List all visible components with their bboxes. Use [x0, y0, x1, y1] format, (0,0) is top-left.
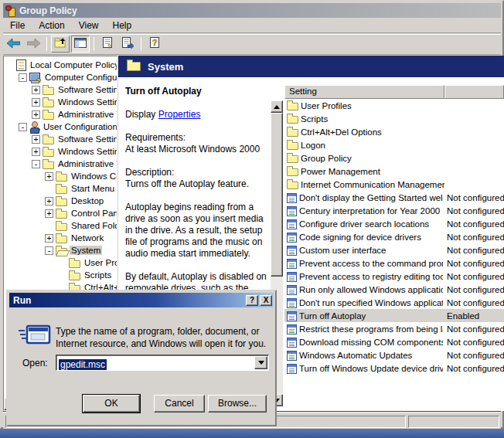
- display-properties-line: Display Properties: [125, 109, 267, 121]
- tree-item[interactable]: + Software Settings: [4, 83, 117, 96]
- menu-item[interactable]: View: [72, 19, 106, 32]
- context-help-button[interactable]: ?: [246, 295, 258, 306]
- setting-name: Turn off Autoplay: [299, 311, 443, 321]
- tree-item[interactable]: + Windows Components: [4, 170, 117, 182]
- export-list-button[interactable]: [118, 36, 137, 53]
- menu-item[interactable]: File: [3, 19, 32, 32]
- ok-button[interactable]: OK: [83, 395, 140, 413]
- tree-item[interactable]: Shared Folders: [4, 219, 117, 232]
- scrollbar-thumb[interactable]: [271, 113, 283, 277]
- tree-item[interactable]: + Software Settings: [4, 133, 117, 145]
- setting-row[interactable]: Download missing COM components Not conf…: [284, 335, 504, 348]
- tree-item[interactable]: + Network: [4, 232, 117, 244]
- setting-row[interactable]: Turn off Autoplay Enabled: [284, 309, 504, 322]
- up-one-level-button[interactable]: [51, 36, 70, 53]
- properties-button[interactable]: [98, 36, 117, 53]
- browse-button[interactable]: Browse...: [208, 395, 267, 413]
- tree-expander[interactable]: +: [45, 172, 53, 181]
- setting-row[interactable]: Power Management: [284, 165, 504, 178]
- setting-row[interactable]: Group Policy: [284, 151, 504, 165]
- combo-dropdown-button[interactable]: [254, 356, 267, 369]
- tree-item[interactable]: - System: [4, 244, 117, 256]
- tree-item[interactable]: Scripts: [4, 269, 117, 281]
- show-hide-console-tree-button[interactable]: [71, 36, 90, 53]
- setting-row-icon: [287, 206, 297, 216]
- tree-item[interactable]: + Administrative Templates: [4, 108, 117, 121]
- setting-row-icon: [287, 219, 297, 229]
- tree-expander[interactable]: +: [32, 110, 40, 119]
- properties-link[interactable]: Properties: [158, 109, 201, 120]
- run-dialog-title-buttons: ? X: [246, 295, 274, 306]
- help-button[interactable]: ?: [145, 36, 164, 53]
- setting-row[interactable]: Don't display the Getting Started welcom…: [284, 191, 504, 204]
- tree-item[interactable]: - User Configuration: [4, 121, 117, 133]
- tree-item-icon: [43, 112, 54, 120]
- setting-row-icon: [287, 142, 298, 150]
- setting-row[interactable]: Custom user interface Not configured: [284, 243, 504, 256]
- setting-row[interactable]: Scripts: [284, 112, 504, 125]
- tree-item[interactable]: + Windows Settings: [4, 145, 117, 158]
- scroll-up-button[interactable]: [271, 100, 283, 113]
- setting-row[interactable]: Ctrl+Alt+Del Options: [284, 125, 504, 138]
- tree-item[interactable]: - Administrative Templates: [4, 158, 117, 170]
- setting-row[interactable]: Logon: [284, 138, 504, 151]
- tree-expander[interactable]: +: [32, 148, 40, 156]
- state-column-header[interactable]: [444, 85, 504, 99]
- setting-name: Run only allowed Windows applications: [299, 285, 443, 294]
- setting-row[interactable]: Configure driver search locations Not co…: [284, 217, 504, 230]
- tree-item[interactable]: + Windows Settings: [4, 96, 117, 108]
- tree-item[interactable]: Start Menu and Taskbar: [4, 182, 117, 195]
- setting-row-icon: [287, 324, 297, 334]
- open-field-value[interactable]: gpedit.msc: [59, 359, 107, 370]
- setting-row-icon: [287, 298, 297, 308]
- folder-icon: [127, 62, 141, 71]
- setting-row-icon: [287, 338, 297, 348]
- tree-item[interactable]: + Control Panel: [4, 207, 117, 219]
- setting-row[interactable]: Turn off Windows Update device driver se…: [284, 362, 504, 375]
- setting-row[interactable]: Restrict these programs from being launc…: [284, 322, 504, 335]
- tree-expander[interactable]: +: [45, 234, 53, 243]
- setting-row[interactable]: Code signing for device drivers Not conf…: [284, 230, 504, 243]
- open-combobox[interactable]: gpedit.msc: [56, 355, 269, 371]
- tree-expander[interactable]: +: [32, 86, 40, 94]
- setting-name: User Profiles: [301, 101, 444, 110]
- cancel-button[interactable]: Cancel: [154, 395, 205, 413]
- menu-item[interactable]: Action: [32, 19, 71, 32]
- tree-expander[interactable]: -: [45, 246, 53, 255]
- setting-state: Enabled: [443, 311, 504, 321]
- tree-expander[interactable]: +: [32, 98, 40, 107]
- setting-column-header[interactable]: Setting: [284, 85, 444, 99]
- run-dialog-titlebar[interactable]: Run ? X: [9, 293, 274, 307]
- setting-row[interactable]: Windows Automatic Updates Not configured: [284, 348, 504, 362]
- setting-row[interactable]: Run only allowed Windows applications No…: [284, 283, 504, 296]
- setting-row[interactable]: User Profiles: [284, 99, 504, 112]
- tree-expander[interactable]: -: [32, 160, 40, 168]
- setting-row[interactable]: Century interpretation for Year 2000 Not…: [284, 204, 504, 217]
- taskbar-strip[interactable]: [0, 429, 504, 438]
- setting-row[interactable]: Don't run specified Windows applications…: [284, 296, 504, 309]
- window-titlebar[interactable]: Group Policy: [3, 3, 501, 18]
- tree-expander[interactable]: -: [19, 123, 27, 131]
- tree-item[interactable]: - Computer Configuration: [4, 71, 117, 83]
- tree-item[interactable]: + Desktop: [4, 195, 117, 207]
- menu-item[interactable]: Help: [106, 19, 139, 32]
- tree-item[interactable]: User Profiles: [4, 256, 117, 269]
- tree-item-label: Administrative Templates: [56, 110, 117, 119]
- forward-button[interactable]: [24, 36, 43, 53]
- tree-item-icon: [69, 260, 80, 268]
- group-policy-app-icon: [5, 5, 16, 16]
- tree-item[interactable]: Local Computer Policy: [4, 59, 117, 71]
- tree-expander[interactable]: +: [45, 209, 53, 218]
- setting-row[interactable]: Prevent access to the command prompt Not…: [284, 256, 504, 270]
- setting-state: Not configured: [443, 219, 504, 229]
- setting-row[interactable]: Prevent access to registry editing tools…: [284, 270, 504, 283]
- tree-expander[interactable]: +: [45, 197, 53, 205]
- tree-item-label: Network: [70, 233, 105, 243]
- setting-row[interactable]: Internet Communication Management: [284, 178, 504, 191]
- properties-icon: [102, 37, 114, 52]
- close-button[interactable]: X: [260, 295, 272, 306]
- back-button[interactable]: [4, 36, 22, 53]
- tree-expander[interactable]: -: [19, 73, 27, 82]
- tree-expander[interactable]: +: [32, 135, 40, 144]
- up-arrow-icon: [274, 102, 280, 109]
